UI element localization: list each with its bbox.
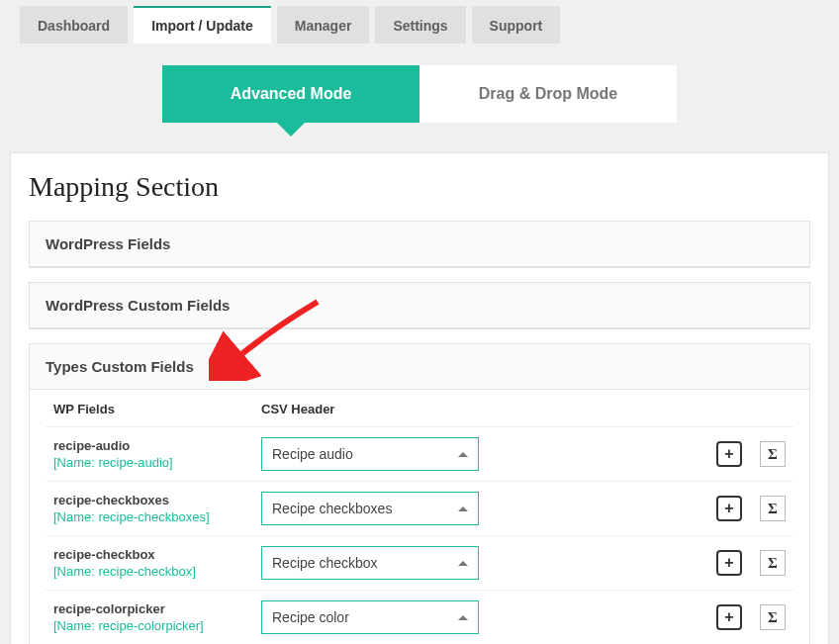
add-button[interactable]: + <box>716 604 742 630</box>
tab-import-update[interactable]: Import / Update <box>134 6 271 44</box>
csv-header-select-wrap: Recipe checkboxes <box>261 492 479 525</box>
csv-header-select[interactable]: Recipe color <box>261 600 479 634</box>
field-row: recipe-checkbox[Name: recipe-checkbox]Re… <box>46 535 793 590</box>
csv-header-select-wrap: Recipe checkbox <box>261 546 479 580</box>
accordion-header-wp-fields[interactable]: WordPress Fields <box>30 222 809 267</box>
field-title: recipe-checkboxes <box>53 493 261 507</box>
accordion-header-wp-custom[interactable]: WordPress Custom Fields <box>30 283 809 328</box>
field-subtitle: [Name: recipe-audio] <box>53 455 261 470</box>
tab-manager[interactable]: Manager <box>277 6 370 44</box>
field-subtitle: [Name: recipe-colorpicker] <box>53 618 261 633</box>
col-wp-fields: WP Fields <box>53 402 261 416</box>
field-meta: recipe-checkbox[Name: recipe-checkbox] <box>53 547 261 579</box>
accordion-wp-fields: WordPress Fields <box>29 221 810 268</box>
top-tabs: Dashboard Import / Update Manager Settin… <box>0 0 839 44</box>
tab-dashboard[interactable]: Dashboard <box>20 6 128 44</box>
field-row: recipe-colorpicker[Name: recipe-colorpic… <box>46 590 793 644</box>
field-meta: recipe-audio[Name: recipe-audio] <box>53 438 261 470</box>
field-title: recipe-colorpicker <box>53 601 261 616</box>
row-actions: +Σ <box>716 441 793 467</box>
column-headers: WP Fields CSV Header <box>46 390 793 426</box>
caret-up-icon <box>458 561 468 566</box>
csv-header-select[interactable]: Recipe checkbox <box>261 546 479 580</box>
caret-up-icon <box>458 615 468 620</box>
add-button[interactable]: + <box>716 550 742 576</box>
field-subtitle: [Name: recipe-checkboxes] <box>53 509 261 524</box>
field-subtitle: [Name: recipe-checkbox] <box>53 564 261 579</box>
accordion-header-types-custom[interactable]: Types Custom Fields <box>30 344 809 390</box>
section-title: Mapping Section <box>29 171 810 203</box>
add-button[interactable]: + <box>716 441 742 467</box>
field-row: recipe-checkboxes[Name: recipe-checkboxe… <box>46 481 793 535</box>
csv-header-select[interactable]: Recipe audio <box>261 437 479 471</box>
csv-header-select-wrap: Recipe color <box>261 600 479 634</box>
mode-advanced[interactable]: Advanced Mode <box>162 65 420 123</box>
col-csv-header: CSV Header <box>261 402 793 416</box>
row-actions: +Σ <box>716 604 793 630</box>
caret-up-icon <box>458 452 468 457</box>
formula-button[interactable]: Σ <box>760 550 786 576</box>
formula-button[interactable]: Σ <box>760 496 786 521</box>
csv-header-select-value: Recipe checkboxes <box>272 501 392 516</box>
accordion-wp-custom: WordPress Custom Fields <box>29 282 810 329</box>
accordion-types-custom: Types Custom Fields WP Fields CSV Header… <box>29 343 810 644</box>
field-row: recipe-audio[Name: recipe-audio]Recipe a… <box>46 426 793 481</box>
csv-header-select-wrap: Recipe audio <box>261 437 479 471</box>
caret-up-icon <box>458 506 468 511</box>
field-meta: recipe-checkboxes[Name: recipe-checkboxe… <box>53 493 261 524</box>
csv-header-select-value: Recipe audio <box>272 446 353 462</box>
mode-switcher: Advanced Mode Drag & Drop Mode <box>0 44 839 152</box>
field-title: recipe-checkbox <box>53 547 261 562</box>
tab-support[interactable]: Support <box>472 6 561 44</box>
tab-settings[interactable]: Settings <box>375 6 465 44</box>
formula-button[interactable]: Σ <box>760 604 786 630</box>
field-meta: recipe-colorpicker[Name: recipe-colorpic… <box>53 601 261 633</box>
csv-header-select[interactable]: Recipe checkboxes <box>261 492 479 525</box>
row-actions: +Σ <box>716 496 793 521</box>
mode-dragdrop[interactable]: Drag & Drop Mode <box>420 65 677 123</box>
csv-header-select-value: Recipe checkbox <box>272 555 378 571</box>
formula-button[interactable]: Σ <box>760 441 786 467</box>
csv-header-select-value: Recipe color <box>272 609 349 625</box>
add-button[interactable]: + <box>716 496 742 521</box>
accordion-body-types-custom: WP Fields CSV Header recipe-audio[Name: … <box>30 390 809 644</box>
mapping-panel: Mapping Section WordPress Fields WordPre… <box>10 152 829 644</box>
field-title: recipe-audio <box>53 438 261 453</box>
row-actions: +Σ <box>716 550 793 576</box>
